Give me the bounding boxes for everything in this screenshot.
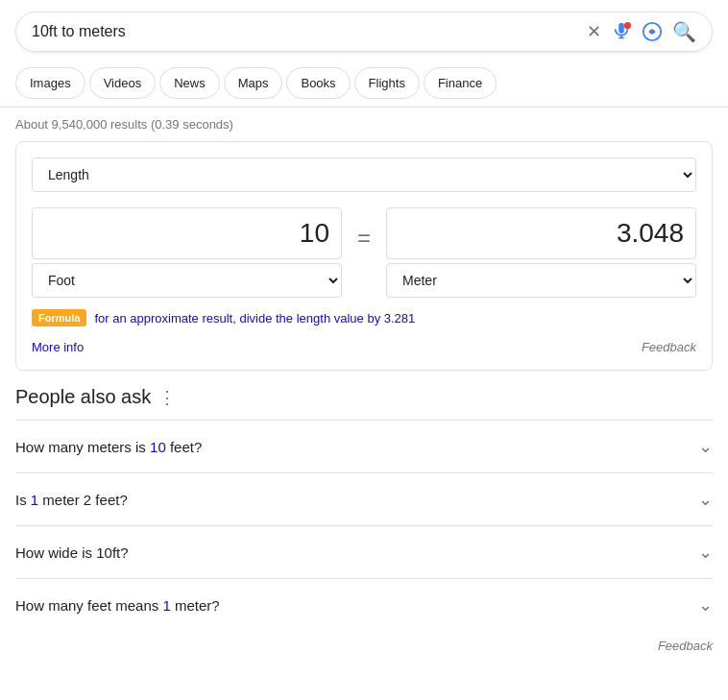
from-value-input[interactable]: [32, 207, 342, 259]
paa-item-3[interactable]: How wide is 10ft? ⌄: [15, 525, 713, 578]
equals-sign: =: [353, 225, 375, 252]
search-bar-container: 10ft to meters ✕ 🔍: [0, 0, 728, 63]
from-field: Foot Meter Inch Centimeter Kilometer Mil…: [32, 207, 342, 298]
formula-badge: Formula: [32, 309, 86, 326]
tab-maps[interactable]: Maps: [224, 67, 283, 99]
to-value-input[interactable]: [386, 207, 696, 259]
paa-title: People also ask: [15, 386, 151, 408]
chevron-down-icon-2: ⌄: [698, 489, 713, 510]
paa-question-4: How many feet means 1 meter?: [15, 597, 220, 614]
paa-question-2: Is 1 meter 2 feet?: [15, 492, 128, 508]
paa-item-2[interactable]: Is 1 meter 2 feet? ⌄: [15, 472, 713, 525]
chevron-down-icon-4: ⌄: [698, 594, 713, 616]
converter-card: Length Weight Temperature Area Volume Fo…: [15, 141, 713, 371]
tab-images[interactable]: Images: [15, 67, 85, 99]
converter-inputs: Foot Meter Inch Centimeter Kilometer Mil…: [32, 207, 696, 298]
to-unit-select[interactable]: Meter Foot Inch Centimeter Kilometer Mil…: [386, 263, 696, 298]
unit-type-select[interactable]: Length Weight Temperature Area Volume: [32, 157, 696, 192]
lens-icon[interactable]: [642, 21, 663, 42]
formula-row: Formula for an approximate result, divid…: [32, 309, 696, 326]
chevron-down-icon-1: ⌄: [698, 436, 713, 457]
results-info: About 9,540,000 results (0.39 seconds): [0, 108, 728, 141]
paa-question-1: How many meters is 10 feet?: [15, 439, 202, 455]
tab-finance[interactable]: Finance: [424, 67, 497, 99]
clear-icon[interactable]: ✕: [587, 21, 601, 42]
paa-feedback-link[interactable]: Feedback: [15, 631, 713, 661]
microphone-icon[interactable]: [611, 21, 632, 42]
nav-tabs: Images Videos News Maps Books Flights Fi…: [0, 63, 728, 108]
chevron-down-icon-3: ⌄: [698, 542, 713, 563]
people-also-ask-section: People also ask ⋮ How many meters is 10 …: [0, 386, 728, 661]
from-unit-select[interactable]: Foot Meter Inch Centimeter Kilometer Mil…: [32, 263, 342, 298]
paa-item-4[interactable]: How many feet means 1 meter? ⌄: [15, 578, 713, 631]
search-bar: 10ft to meters ✕ 🔍: [15, 12, 713, 52]
svg-point-4: [650, 30, 655, 35]
paa-item-1[interactable]: How many meters is 10 feet? ⌄: [15, 420, 713, 472]
tab-videos[interactable]: Videos: [89, 67, 157, 99]
paa-header: People also ask ⋮: [15, 386, 713, 408]
tab-news[interactable]: News: [159, 67, 220, 99]
tab-flights[interactable]: Flights: [354, 67, 420, 99]
search-icons: ✕ 🔍: [587, 20, 696, 43]
search-button-icon[interactable]: 🔍: [672, 20, 696, 43]
tab-books[interactable]: Books: [286, 67, 350, 99]
more-info-link[interactable]: More info: [32, 340, 84, 354]
svg-point-2: [624, 22, 631, 29]
paa-question-3: How wide is 10ft?: [15, 544, 129, 561]
card-footer: More info Feedback: [32, 340, 696, 354]
to-field: Meter Foot Inch Centimeter Kilometer Mil…: [386, 207, 696, 298]
formula-text: for an approximate result, divide the le…: [94, 311, 415, 326]
converter-feedback-link[interactable]: Feedback: [642, 340, 696, 354]
svg-rect-1: [619, 23, 624, 34]
search-query-text: 10ft to meters: [32, 23, 579, 40]
paa-menu-icon[interactable]: ⋮: [158, 387, 176, 408]
